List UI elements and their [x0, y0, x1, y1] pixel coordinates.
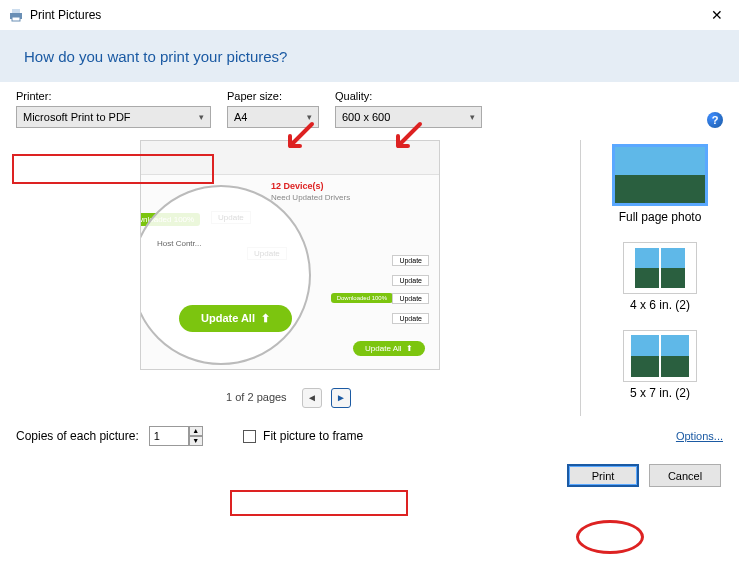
layout-4x6-label: 4 x 6 in. (2) [630, 298, 690, 312]
layout-full-page[interactable]: Full page photo [612, 144, 708, 224]
preview-area: 12 Device(s) Need Updated Drivers Downlo… [140, 140, 440, 370]
paper-size-select[interactable]: A4 ▾ [227, 106, 319, 128]
preview-alert-sub: Need Updated Drivers [271, 193, 350, 202]
paper-value: A4 [234, 111, 247, 123]
preview-updateall-button: Update All ⬆ [179, 305, 292, 332]
preview-update-row-4: Update [392, 313, 429, 324]
pager-prev-button[interactable]: ◄ [302, 388, 322, 408]
titlebar: Print Pictures ✕ [0, 0, 739, 30]
pager-text: 1 of 2 pages [226, 391, 287, 403]
printer-select[interactable]: Microsoft Print to PDF ▾ [16, 106, 211, 128]
chevron-down-icon: ▾ [470, 112, 475, 122]
header-question: How do you want to print your pictures? [24, 48, 287, 65]
main: 12 Device(s) Need Updated Drivers Downlo… [0, 140, 739, 416]
copies-down-button[interactable]: ▼ [189, 436, 203, 446]
cancel-button[interactable]: Cancel [649, 464, 721, 487]
printer-label: Printer: [16, 90, 211, 102]
copies-input[interactable] [149, 426, 189, 446]
preview-host-text: Host Contr... [157, 239, 201, 248]
copies-spinner[interactable]: ▲ ▼ [149, 426, 203, 446]
window-title: Print Pictures [30, 8, 703, 22]
copies-up-button[interactable]: ▲ [189, 426, 203, 436]
print-button[interactable]: Print [567, 464, 639, 487]
layout-4x6[interactable]: 4 x 6 in. (2) [623, 242, 697, 312]
preview-updateall-small: Update All ⬆ [353, 341, 425, 356]
layout-5x7-label: 5 x 7 in. (2) [630, 386, 690, 400]
options-link[interactable]: Options... [676, 430, 723, 442]
printer-value: Microsoft Print to PDF [23, 111, 131, 123]
header: How do you want to print your pictures? [0, 30, 739, 82]
printer-icon [8, 7, 24, 23]
preview-downloaded-pill-2: Downloaded 100% [331, 293, 393, 303]
preview-update-row-3: Update [392, 293, 429, 304]
bottom-bar: Copies of each picture: ▲ ▼ Fit picture … [0, 416, 739, 456]
svg-rect-1 [12, 9, 20, 13]
preview-pane: 12 Device(s) Need Updated Drivers Downlo… [0, 140, 580, 416]
paper-label: Paper size: [227, 90, 319, 102]
chevron-down-icon: ▾ [199, 112, 204, 122]
quality-label: Quality: [335, 90, 482, 102]
preview-magnifier: Host Contr... [140, 185, 311, 365]
quality-value: 600 x 600 [342, 111, 390, 123]
quality-select[interactable]: 600 x 600 ▾ [335, 106, 482, 128]
help-icon[interactable]: ? [707, 112, 723, 128]
fit-label: Fit picture to frame [263, 429, 363, 443]
preview-update-row-1: Update [392, 255, 429, 266]
pager: 1 of 2 pages ◄ ► [0, 370, 580, 416]
fit-checkbox[interactable] [243, 430, 256, 443]
svg-rect-2 [12, 17, 20, 21]
pager-next-button[interactable]: ► [331, 388, 351, 408]
preview-alert-title: 12 Device(s) [271, 181, 324, 191]
layout-full-label: Full page photo [619, 210, 702, 224]
button-bar: Print Cancel [0, 456, 739, 499]
preview-body: 12 Device(s) Need Updated Drivers Downlo… [141, 175, 439, 370]
layout-pane: Full page photo 4 x 6 in. (2) 5 x 7 in. … [580, 140, 739, 416]
layout-5x7[interactable]: 5 x 7 in. (2) [623, 330, 697, 400]
controls-row: Printer: Microsoft Print to PDF ▾ Paper … [0, 82, 739, 140]
copies-label: Copies of each picture: [16, 429, 139, 443]
annotation-print-circle [576, 520, 644, 554]
preview-update-row-2: Update [392, 275, 429, 286]
preview-toolbar [141, 141, 439, 175]
chevron-down-icon: ▾ [307, 112, 312, 122]
close-icon[interactable]: ✕ [703, 7, 731, 23]
